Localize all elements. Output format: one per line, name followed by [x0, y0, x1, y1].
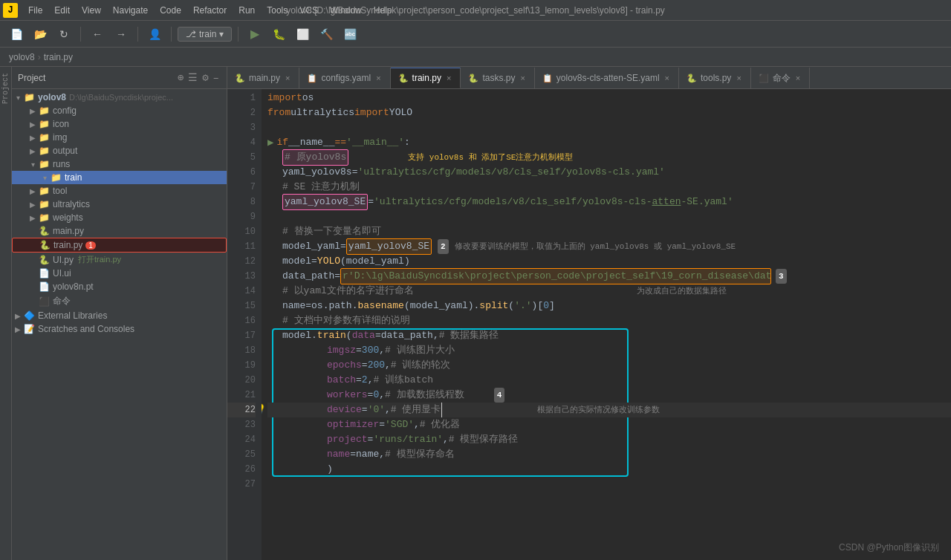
stop-button[interactable]: ⬜ [292, 25, 313, 43]
tree-label-yolov8n: yolov8n.pt [53, 281, 94, 292]
tree-item-ui-ui[interactable]: 📄 UI.ui [12, 267, 227, 280]
menu-edit[interactable]: Edit [48, 4, 76, 17]
run-arrow-4: ▶ [267, 135, 273, 150]
tree-item-train-folder[interactable]: ▾ 📁 train [12, 171, 227, 184]
tree-label-cmd: 命令 [53, 295, 71, 307]
lightbulb-icon: 💡 [262, 403, 266, 417]
tree-item-yolov8[interactable]: ▾ 📁 yolov8 D:\lg\BaiduSyncdisk\projec... [12, 91, 227, 104]
collapse-button[interactable]: ☰ [186, 70, 199, 85]
tree-path: D:\lg\BaiduSyncdisk\projec... [69, 93, 173, 102]
debug-button[interactable]: 🐛 [268, 25, 289, 43]
branch-selector[interactable]: ⎇ train ▾ [178, 27, 232, 42]
tab-train-py[interactable]: 🐍 train.py × [391, 68, 461, 88]
callout-path: 为改成自己的数据集路径 [637, 284, 727, 299]
code-line-12: model = YOLO(model_yaml) [267, 254, 951, 269]
folder-icon-config: 📁 [39, 105, 50, 116]
scratch-icon: 📝 [24, 324, 35, 334]
tab-tools-py[interactable]: 🐍 tools.py × [679, 68, 751, 88]
code-line-13: data_path = r'D:\lg\BaiduSyncdisk\projec… [267, 269, 951, 284]
tab-main-py[interactable]: 🐍 main.py × [227, 68, 299, 88]
tab-close-tasks-py[interactable]: × [519, 73, 526, 83]
tab-label-tasks-py: tasks.py [482, 73, 515, 83]
tree-item-main-py[interactable]: 🐍 main.py [12, 224, 227, 238]
code-content[interactable]: import os from ultralytics import YOLO ▶… [262, 89, 951, 560]
menu-view[interactable]: View [76, 4, 107, 17]
tree-item-img[interactable]: ▶ 📁 img [12, 131, 227, 144]
branch-icon: ⎇ [186, 29, 196, 39]
tab-close-cmd[interactable]: × [794, 73, 802, 83]
locate-button[interactable]: ⊕ [176, 70, 185, 85]
tree-label-weights: weights [53, 212, 83, 223]
tree-item-weights[interactable]: ▶ 📁 weights [12, 211, 227, 224]
main-layout: Project Project ⊕ ☰ ⚙ – ▾ 📁 yolov8 D:\lg… [0, 67, 951, 560]
tab-label-tools-py: tools.py [701, 73, 731, 83]
code-line-9 [267, 209, 951, 224]
tree-item-external[interactable]: ▶ 🔷 External Libraries [12, 309, 227, 322]
forward-button[interactable]: → [111, 25, 132, 43]
editor-area: 🐍 main.py × 📋 configs.yaml × 🐍 train.py … [227, 67, 951, 560]
callout-text-4: 根据自己的实际情况修改训练参数 [537, 403, 660, 417]
breadcrumb-file[interactable]: train.py [44, 52, 73, 62]
train-block: model.train(data=data_path, # 数据集路径 imgs… [267, 328, 951, 477]
tab-close-train-py[interactable]: × [445, 73, 452, 83]
line-numbers: 1 2 3 4 5 6 7 8 9 10 11 12 13 14 15 16 1… [227, 89, 262, 560]
settings-button[interactable]: ⚙ [201, 70, 210, 85]
tab-close-yolov8s-yaml[interactable]: × [663, 73, 671, 83]
tab-close-tools-py[interactable]: × [735, 73, 742, 83]
tree-arrow: ▾ [12, 94, 24, 102]
run-button[interactable]: ▶ [244, 25, 265, 43]
open-button[interactable]: 📂 [30, 25, 51, 43]
tree-arrow-weights: ▶ [27, 214, 39, 222]
tree-item-train-py[interactable]: 🐍 train.py 1 [12, 238, 227, 253]
tab-configs-yaml[interactable]: 📋 configs.yaml × [299, 68, 390, 88]
tree-arrow-cmd [27, 297, 39, 305]
refresh-button[interactable]: ↻ [53, 25, 74, 43]
tree-label-tool: tool [53, 186, 67, 196]
tree-arrow-icon: ▶ [27, 120, 39, 128]
code-editor[interactable]: 1 2 3 4 5 6 7 8 9 10 11 12 13 14 15 16 1… [227, 89, 951, 560]
tab-label-configs-yaml: configs.yaml [321, 73, 371, 83]
tab-close-configs-yaml[interactable]: × [374, 73, 382, 83]
folder-icon-train: 📁 [51, 172, 62, 183]
tree-item-scratches[interactable]: ▶ 📝 Scratches and Consoles [12, 322, 227, 336]
tree-item-ultralytics[interactable]: ▶ 📁 ultralytics [12, 198, 227, 211]
menu-run[interactable]: Run [233, 4, 261, 17]
tree-item-config[interactable]: ▶ 📁 config [12, 104, 227, 117]
menu-navigate[interactable]: Navigate [107, 4, 154, 17]
tree-item-ui-py[interactable]: 🐍 UI.py 打开train.py [12, 253, 227, 267]
project-panel: Project ⊕ ☰ ⚙ – ▾ 📁 yolov8 D:\lg\BaiduSy… [12, 67, 227, 560]
tab-cmd[interactable]: ⬛ 命令 × [751, 68, 810, 88]
user-button[interactable]: 👤 [144, 25, 165, 43]
menu-refactor[interactable]: Refactor [187, 4, 233, 17]
tree-item-runs[interactable]: ▾ 📁 runs [12, 157, 227, 171]
tab-close-main-py[interactable]: × [284, 73, 291, 83]
code-line-3 [267, 120, 951, 135]
tree-label-ui-ui: UI.ui [53, 268, 71, 279]
project-strip-label[interactable]: Project [0, 70, 11, 107]
breadcrumb-root[interactable]: yolov8 [9, 52, 35, 62]
folder-icon-img: 📁 [39, 132, 50, 143]
new-file-button[interactable]: 📄 [6, 25, 27, 43]
tab-yolov8s-yaml[interactable]: 📋 yolov8s-cls-atten-SE.yaml × [535, 68, 679, 88]
code-line-18: imgsz=300, # 训练图片大小 [267, 343, 951, 358]
hide-button[interactable]: – [212, 71, 221, 85]
tree-item-output[interactable]: ▶ 📁 output [12, 144, 227, 157]
breadcrumb-sep-1: › [38, 52, 41, 62]
ext-lib-icon: 🔷 [24, 310, 35, 321]
menu-code[interactable]: Code [154, 4, 187, 17]
tree-label-img: img [53, 132, 67, 143]
tree-link-ui-py[interactable]: 打开train.py [78, 254, 121, 265]
menu-file[interactable]: File [22, 4, 48, 17]
tab-tasks-py[interactable]: 🐍 tasks.py × [461, 68, 534, 88]
back-button[interactable]: ← [87, 25, 108, 43]
translate-button[interactable]: 🔤 [340, 25, 360, 43]
tree-item-icon[interactable]: ▶ 📁 icon [12, 117, 227, 131]
tree-item-cmd[interactable]: ⬛ 命令 [12, 293, 227, 309]
panel-title: Project [18, 73, 175, 83]
folder-icon-runs: 📁 [39, 159, 50, 169]
folder-icon-icon: 📁 [39, 119, 50, 129]
tree-item-tool[interactable]: ▶ 📁 tool [12, 184, 227, 198]
dropdown-icon: ▾ [219, 29, 224, 39]
tree-item-yolov8n-pt[interactable]: 📄 yolov8n.pt [12, 280, 227, 293]
build-button[interactable]: 🔨 [316, 25, 337, 43]
